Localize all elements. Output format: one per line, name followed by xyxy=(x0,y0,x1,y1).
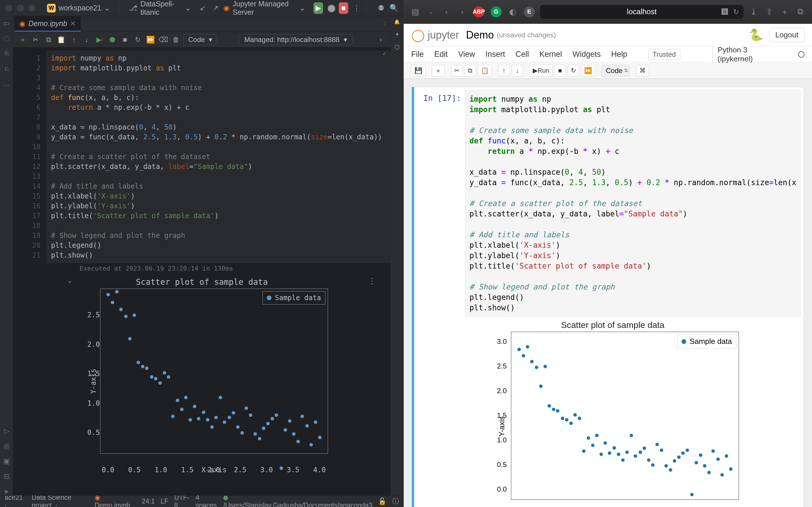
delete-cell-icon[interactable]: 🗑 xyxy=(170,34,182,45)
ai-assistant-icon[interactable]: ✦ xyxy=(395,32,399,37)
search-icon[interactable]: 🔍 xyxy=(390,3,399,13)
cell-type-select[interactable]: Code xyxy=(602,65,629,76)
server-url-select[interactable]: Managed: http://localhost:8888▾ xyxy=(238,34,353,45)
window-controls[interactable] xyxy=(5,5,35,12)
close-window-icon[interactable] xyxy=(5,5,12,12)
more-actions-icon[interactable]: ⋮ xyxy=(352,3,361,13)
cut-icon[interactable]: ✂ xyxy=(30,34,41,45)
restart-kernel-icon[interactable]: ↻ xyxy=(132,34,143,45)
breadcrumb[interactable]: ◉ Demo.ipynb xyxy=(95,494,130,507)
move-down-icon[interactable]: ↓ xyxy=(81,34,92,45)
sidebar-chevron-icon[interactable]: ⌄ xyxy=(425,6,437,18)
command-palette-button[interactable]: ⌘ xyxy=(636,65,649,76)
run-all-icon[interactable]: ⏩ xyxy=(145,34,156,45)
jupyter-logo[interactable]: ◯ jupyter xyxy=(411,29,459,41)
code-editor[interactable]: ✓ In 16 12345678910111213141516171819202… xyxy=(13,48,390,495)
reload-icon[interactable]: ↻ xyxy=(733,8,739,16)
notebook-title[interactable]: Demo xyxy=(466,29,494,41)
arrow-up-right-icon[interactable]: ↗ xyxy=(211,3,220,13)
copy-icon[interactable]: ⧉ xyxy=(43,34,54,45)
menu-view[interactable]: View xyxy=(458,50,475,59)
code-cell[interactable]: In [17]: import numpy as npimport matplo… xyxy=(412,87,804,507)
extension-e-icon[interactable]: E xyxy=(524,6,535,17)
code-input[interactable]: import numpy as npimport matplotlib.pypl… xyxy=(465,90,801,317)
close-tab-icon[interactable]: ✕ xyxy=(70,19,76,28)
problems-tool-icon[interactable]: ⊟ xyxy=(3,472,11,481)
copy-cell-button[interactable]: ⧉ xyxy=(464,65,476,76)
stop-cell-icon[interactable]: ■ xyxy=(119,34,131,45)
menu-help[interactable]: Help xyxy=(611,50,627,59)
download-icon[interactable]: ⤓ xyxy=(748,6,759,18)
interrupt-button[interactable]: ■ xyxy=(554,65,566,76)
back-icon[interactable]: ‹ xyxy=(441,6,452,18)
more-tool-icon[interactable]: … xyxy=(3,79,11,88)
info-icon[interactable]: ⓘ xyxy=(392,497,399,506)
commit-tool-icon[interactable]: ⎘ xyxy=(3,49,11,57)
paste-cell-button[interactable]: 📋 xyxy=(477,65,492,76)
indent-setting[interactable]: 4 spaces xyxy=(196,494,217,507)
menu-widgets[interactable]: Widgets xyxy=(572,50,601,59)
menu-insert[interactable]: Insert xyxy=(486,50,505,59)
address-bar[interactable]: 🅰 localhost ↻ xyxy=(540,5,744,19)
code-body[interactable]: import numpy as npimport matplotlib.pypl… xyxy=(46,50,390,263)
extension-abp-icon[interactable]: ABP xyxy=(473,6,484,17)
share-icon[interactable]: ⇪ xyxy=(763,6,775,18)
extension-grammarly-icon[interactable]: G xyxy=(491,6,502,17)
save-button[interactable]: 💾 xyxy=(411,65,425,76)
kernel-name[interactable]: Python 3 (ipykernel) xyxy=(713,46,784,63)
debug-cell-icon[interactable]: ⬣ xyxy=(107,34,118,45)
lock-icon[interactable]: 🔓 xyxy=(378,497,387,505)
workspace-selector[interactable]: W workspace21 ⌄ xyxy=(44,3,114,14)
code-with-me-icon[interactable]: ⚉ xyxy=(377,3,386,13)
trusted-indicator[interactable]: Trusted xyxy=(648,49,680,60)
run-cell-button[interactable]: ▶ Run xyxy=(529,65,552,76)
move-up-icon[interactable]: ↑ xyxy=(68,34,80,45)
insert-cell-button[interactable]: ＋ xyxy=(432,65,445,76)
run-tool-icon[interactable]: ▷ xyxy=(3,427,11,435)
jupyter-variables-icon[interactable]: ◯ xyxy=(394,44,400,50)
logout-button[interactable]: Logout xyxy=(769,28,805,42)
file-encoding[interactable]: UTF-8 xyxy=(174,494,190,507)
kernel-status-icon[interactable] xyxy=(798,51,805,58)
minimize-window-icon[interactable] xyxy=(17,5,24,12)
menu-file[interactable]: File xyxy=(411,50,424,59)
run-cell-icon[interactable]: ▶I xyxy=(94,34,105,45)
tabs-overview-icon[interactable]: ⧉ xyxy=(795,6,806,18)
new-tab-icon[interactable]: ＋ xyxy=(779,6,791,18)
run-button[interactable]: ▶ xyxy=(313,2,323,14)
collapse-output-icon[interactable]: ⌄ xyxy=(68,277,71,284)
cell-type-select[interactable]: Code▾ xyxy=(183,34,217,45)
menu-cell[interactable]: Cell xyxy=(515,50,529,59)
bug-icon[interactable]: ⬤ xyxy=(327,3,336,13)
menu-edit[interactable]: Edit xyxy=(434,50,448,59)
clear-output-icon[interactable]: ⌫ xyxy=(158,34,169,45)
translate-icon[interactable]: 🅰 xyxy=(721,8,728,16)
restart-button[interactable]: ↻ xyxy=(567,65,579,76)
interpreter[interactable]: /Users/Stanislav.Garkusha/Documents/anac… xyxy=(223,494,372,507)
project-selector[interactable]: ⎇ DataSpell-titanic xyxy=(125,0,195,18)
cursor-position[interactable]: 24:1 xyxy=(142,497,155,505)
output-options-icon[interactable]: ⋮ xyxy=(368,277,376,285)
paste-icon[interactable]: 📋 xyxy=(56,34,67,45)
python-packages-icon[interactable]: ◎ xyxy=(3,442,11,450)
extension-shield-icon[interactable]: ◐ xyxy=(507,6,518,18)
python-console-icon[interactable]: ▣ xyxy=(3,457,11,465)
move-up-button[interactable]: ↑ xyxy=(498,65,510,76)
restart-run-all-button[interactable]: ⏩ xyxy=(581,65,595,76)
breadcrumb[interactable]: Data Science project xyxy=(32,494,89,507)
menu-kernel[interactable]: Kernel xyxy=(540,50,562,59)
project-tool-icon[interactable]: ▭ xyxy=(3,19,11,27)
vcs-tool-icon[interactable]: ⎌ xyxy=(3,64,11,72)
sidebar-toggle-icon[interactable]: ▤ xyxy=(409,6,421,18)
notifications-icon[interactable]: 🔔 xyxy=(394,19,400,24)
stop-button[interactable]: ■ xyxy=(339,2,348,14)
add-cell-icon[interactable]: ＋ xyxy=(17,34,29,45)
maximize-window-icon[interactable] xyxy=(29,5,35,12)
tab-demo-ipynb[interactable]: ◉ Demo.ipynb ✕ xyxy=(14,16,81,32)
breadcrumb[interactable]: ace21 xyxy=(5,494,26,507)
forward-icon[interactable]: › xyxy=(456,6,468,18)
structure-tool-icon[interactable]: ◌ xyxy=(3,34,11,42)
move-down-button[interactable]: ↓ xyxy=(512,65,523,76)
tab-options-icon[interactable]: ⋮ xyxy=(380,19,390,29)
line-separator[interactable]: LF xyxy=(161,497,168,505)
